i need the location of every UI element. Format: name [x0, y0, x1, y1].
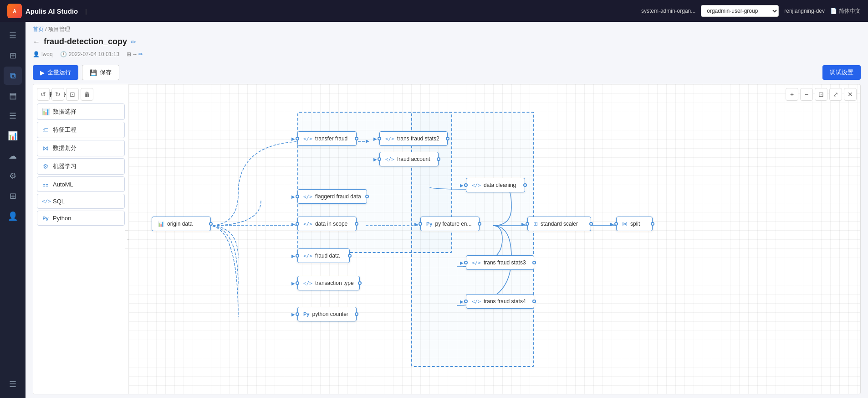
- copy-canvas-button[interactable]: ⊡: [66, 88, 79, 101]
- undo-button[interactable]: ↺: [37, 88, 50, 101]
- ml-icon: ⚙: [42, 163, 49, 170]
- flow-canvas[interactable]: 📊 origin data ▶ </> transfer fraud ▶ </>…: [129, 84, 860, 394]
- port-right-ss: [589, 222, 593, 226]
- zoom-in-button[interactable]: +: [786, 88, 798, 101]
- edit-meta-icon[interactable]: ✏: [138, 51, 143, 57]
- debug-button[interactable]: 调试设置: [822, 65, 861, 80]
- node-py-feature-en[interactable]: ▶ Py py feature en...: [420, 217, 480, 231]
- sidebar-workflow-icon[interactable]: ⚙: [4, 167, 22, 185]
- component-item-automl[interactable]: ⚏ AutoML: [37, 176, 125, 192]
- toolbar: ▶ 全量运行 💾 保存 调试设置: [26, 61, 868, 84]
- node-data-cleaning[interactable]: ▶ </> data cleaning: [466, 178, 525, 192]
- sidebar-cloud-icon[interactable]: ☁: [4, 147, 22, 165]
- fullscreen-button[interactable]: ✕: [844, 88, 857, 101]
- page-meta: 👤 lwqq 🕐 2022-07-04 10:01:13 ⊞ -- ✏: [26, 50, 868, 61]
- canvas-toolbar-right: + − ⊡ ⤢ ✕: [786, 88, 857, 101]
- sidebar-chart-icon[interactable]: 📊: [4, 127, 22, 145]
- node-label-ts3: trans fraud stats3: [484, 259, 526, 266]
- port-arrow-tt: ▶: [291, 281, 295, 286]
- automl-icon: ⚏: [42, 181, 49, 188]
- component-item-feature-eng[interactable]: 🏷 特征工程: [37, 122, 125, 138]
- sidebar-grid-icon[interactable]: ⊞: [4, 187, 22, 205]
- port-arrow: ▶: [373, 136, 377, 141]
- port-right-fa: [437, 157, 440, 161]
- back-button[interactable]: ←: [33, 38, 40, 46]
- port-right-pf: [478, 222, 481, 226]
- component-item-python[interactable]: Py Python: [37, 211, 125, 226]
- sidebar-table-icon[interactable]: ▤: [4, 87, 22, 105]
- node-icon-code2: </>: [385, 136, 394, 142]
- component-item-sql[interactable]: </> SQL: [37, 194, 125, 209]
- sidebar-dashboard-icon[interactable]: ⊞: [4, 47, 22, 65]
- delete-canvas-button[interactable]: 🗑: [81, 88, 93, 101]
- node-trans-fraud-stats3[interactable]: ▶ </> trans fraud stats3: [466, 255, 534, 270]
- fit-button[interactable]: ⊡: [815, 88, 827, 101]
- sidebar-list-icon[interactable]: ☰: [4, 107, 22, 125]
- run-icon: ▶: [40, 69, 45, 76]
- port-arrow-ds: ▶: [291, 222, 295, 227]
- port-left-pf: [419, 222, 422, 226]
- node-standard-scaler[interactable]: ▶ ⊞ standard scaler: [527, 217, 591, 231]
- sidebar-project-icon[interactable]: ⧉: [4, 67, 22, 85]
- sql-icon: </>: [42, 198, 49, 204]
- run-all-button[interactable]: ▶ 全量运行: [33, 65, 78, 80]
- breadcrumb-home[interactable]: 首页: [33, 26, 44, 32]
- node-label: origin data: [167, 221, 193, 227]
- zoom-out-button[interactable]: −: [800, 88, 813, 101]
- port-right: [209, 222, 213, 226]
- node-split[interactable]: ▶ ⋈ split: [616, 217, 653, 231]
- save-button[interactable]: 💾 保存: [82, 65, 119, 80]
- node-origin-data[interactable]: 📊 origin data: [152, 217, 211, 231]
- port-right-ts3: [532, 261, 536, 264]
- node-flaggerd-fraud[interactable]: ▶ </> flaggerd fraud data: [297, 189, 367, 204]
- node-icon-pf: Py: [426, 221, 432, 227]
- sidebar-bottom-menu-icon[interactable]: ☰: [4, 375, 22, 393]
- meta-datetime: 🕐 2022-07-04 10:01:13: [60, 51, 119, 57]
- port-left-pc: [296, 312, 299, 316]
- port-arrow-fd: ▶: [291, 253, 295, 258]
- component-panel: ▼ 基础组件 📊 数据选择 🏷 特征工程 ⋈ 数据划分 ⚙ 机器学习 ⚏ Au: [33, 84, 129, 394]
- user-group-select[interactable]: orgadmin-user-group: [701, 5, 779, 17]
- port-right-ff: [365, 195, 369, 198]
- component-item-data-split[interactable]: ⋈ 数据划分: [37, 140, 125, 156]
- expand-button[interactable]: ⤢: [829, 88, 842, 101]
- node-label-pf: py feature en...: [435, 221, 471, 227]
- canvas-toolbar-left: ↺ ↻ ⊡ 🗑: [37, 88, 93, 101]
- node-trans-fraud-stats2[interactable]: ▶ </> trans fraud stats2: [379, 131, 448, 146]
- port-left-sp: [614, 222, 618, 226]
- node-data-in-scope[interactable]: ▶ </> data in scope: [297, 217, 357, 231]
- lang-selector[interactable]: 📄 简体中文: [830, 7, 861, 15]
- node-fraud-data[interactable]: ▶ </> fraud data: [297, 248, 350, 263]
- dashed-region-2: [411, 112, 534, 367]
- node-fraud-account[interactable]: ▶ </> fraud account: [379, 152, 439, 166]
- port-arrow-ss: ▶: [521, 222, 525, 227]
- node-label: transfer fraud: [315, 135, 347, 142]
- breadcrumb-sep: /: [45, 26, 46, 32]
- node-icon-ds: </>: [303, 221, 312, 227]
- edit-title-icon[interactable]: ✏: [131, 38, 136, 46]
- port-arrow-ff: ▶: [291, 194, 295, 199]
- panel-collapse-button[interactable]: ◁: [125, 230, 129, 248]
- port-left-fa: [378, 157, 381, 161]
- node-transfer-fraud[interactable]: ▶ </> transfer fraud: [297, 131, 357, 146]
- node-python-counter[interactable]: ▶ Py python counter: [297, 307, 357, 321]
- component-item-ml[interactable]: ⚙ 机器学习: [37, 158, 125, 175]
- port-arrow-ts3: ▶: [460, 260, 464, 265]
- node-transaction-type[interactable]: ▶ </> transaction type: [297, 276, 360, 290]
- port-left-ds: [296, 222, 299, 226]
- port-left-fd: [296, 254, 299, 258]
- logo-text: Apulis AI Studio: [26, 7, 78, 15]
- port-arrow-sp: ▶: [610, 222, 614, 227]
- port-right-fd: [348, 254, 352, 258]
- node-label-fd: fraud data: [315, 253, 340, 259]
- port-arrow-dc: ▶: [460, 183, 464, 188]
- component-item-data-explore[interactable]: 📊 数据选择: [37, 103, 125, 120]
- layout-icon: ⊞: [127, 51, 131, 57]
- sidebar-menu-icon[interactable]: ☰: [4, 26, 22, 45]
- sidebar-user-icon[interactable]: 👤: [4, 207, 22, 225]
- python-icon: Py: [42, 216, 49, 221]
- left-sidebar: ☰ ⊞ ⧉ ▤ ☰ 📊 ☁ ⚙ ⊞ 👤 ☰: [0, 22, 26, 398]
- redo-button[interactable]: ↻: [51, 88, 64, 101]
- node-label-ds: data in scope: [315, 221, 347, 227]
- node-trans-fraud-stats4[interactable]: ▶ </> trans fraud stats4: [466, 294, 534, 309]
